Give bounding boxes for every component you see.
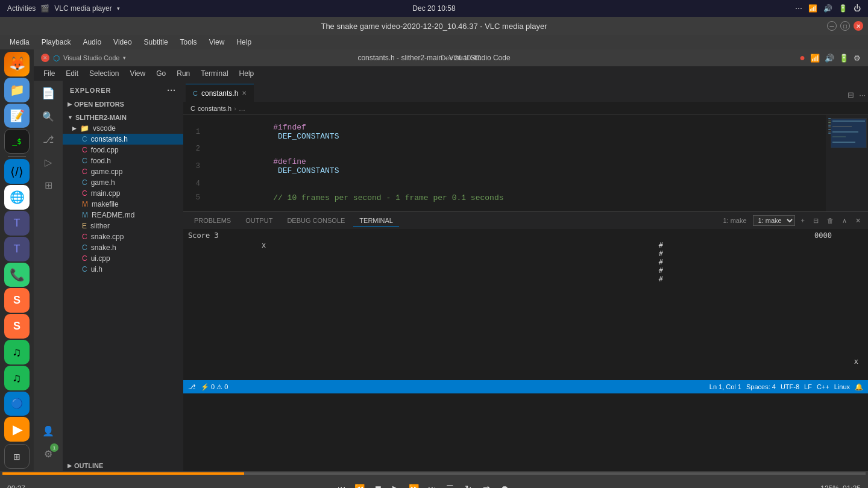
dock-sublime2[interactable]: S (4, 314, 30, 339)
status-ln-col[interactable]: Ln 1, Col 1 (709, 383, 741, 390)
outline-header[interactable]: ▶ OUTLINE (63, 460, 183, 471)
tab-debug-console[interactable]: DEBUG CONSOLE (281, 215, 351, 226)
dock-vscode2[interactable]: 🔵 (4, 392, 30, 416)
vlc-menu-tools[interactable]: Tools (175, 37, 202, 48)
terminal-selector[interactable]: 1: make (753, 215, 795, 226)
vscode-close-button[interactable]: ✕ (41, 54, 49, 62)
sidebar-item-game-cpp[interactable]: C game.cpp (63, 166, 183, 177)
vlc-menu-audio[interactable]: Audio (78, 37, 106, 48)
vscode-menu-run[interactable]: Run (172, 68, 195, 79)
sidebar-item-food-cpp[interactable]: C food.cpp (63, 145, 183, 155)
activity-run[interactable]: ▷ (38, 152, 58, 172)
terminal-add-icon[interactable]: + (799, 216, 807, 225)
activity-settings[interactable]: ⚙1 (38, 443, 58, 464)
sidebar-item-ui-cpp[interactable]: C ui.cpp (63, 253, 183, 264)
terminal-close-icon[interactable]: ✕ (853, 216, 863, 226)
sidebar-item-main-cpp[interactable]: C main.cpp (63, 188, 183, 199)
tray-battery-icon[interactable]: 🔋 (838, 4, 848, 13)
activities-label[interactable]: Activities (7, 4, 36, 13)
vscode-menu-file[interactable]: File (39, 68, 60, 79)
dock-teams2[interactable]: T (4, 237, 30, 261)
sidebar-item-slither[interactable]: E slither (63, 221, 183, 231)
status-spaces[interactable]: Spaces: 4 (746, 383, 776, 390)
vlc-record-button[interactable]: ⏺ (497, 481, 512, 488)
status-os[interactable]: Linux (834, 383, 850, 390)
sidebar-item-snake-h[interactable]: C snake.h (63, 242, 183, 253)
vlc-menu-playback[interactable]: Playback (37, 37, 76, 48)
breadcrumb-more[interactable]: … (239, 105, 245, 112)
activity-extensions[interactable]: ⊞ (38, 175, 58, 195)
vscode-menu-go[interactable]: Go (151, 68, 171, 79)
dock-app-grid[interactable]: ⊞ (4, 444, 30, 469)
tab-output[interactable]: OUTPUT (239, 215, 278, 226)
explorer-more[interactable]: ··· (167, 86, 176, 95)
code-editor[interactable]: 1 #ifndef DEF_CONSTANTS 2 3 #define (183, 115, 868, 211)
dock-teams1[interactable]: T (4, 211, 30, 236)
dock-terminal[interactable]: _$ (4, 129, 30, 154)
vscode-menu-selection[interactable]: Selection (84, 68, 124, 79)
vlc-next-button[interactable]: ⏩ (407, 481, 421, 488)
status-feedback-icon[interactable]: 🔔 (855, 383, 863, 391)
vlc-taskbar-label[interactable]: VLC media player (54, 4, 112, 13)
dock-vscode[interactable]: ⟨/⟩ (4, 159, 30, 184)
sidebar-item-readme[interactable]: M README.md (63, 210, 183, 221)
status-lf[interactable]: LF (804, 383, 812, 390)
vscode-menu-help[interactable]: Help (234, 68, 259, 79)
sidebar-item-snake-cpp[interactable]: C snake.cpp (63, 231, 183, 242)
breadcrumb-file[interactable]: C (190, 105, 195, 112)
activity-explorer[interactable]: 📄 (38, 83, 58, 104)
vscode-menu-edit[interactable]: Edit (61, 68, 83, 79)
vlc-menu-help[interactable]: Help (231, 37, 256, 48)
split-editor-icon[interactable]: ⊟ (848, 90, 854, 99)
vlc-menu-video[interactable]: Video (108, 37, 136, 48)
vlc-progress-container[interactable] (0, 471, 868, 476)
vlc-skip-back-button[interactable]: ⏮ (335, 481, 349, 488)
tray-menu-icon[interactable]: ⋯ (795, 4, 802, 13)
terminal-body[interactable]: Score 3 0000 x # # # # # (183, 229, 868, 380)
terminal-chevron-up-icon[interactable]: ∧ (840, 216, 849, 226)
dock-spotify2[interactable]: ♫ (4, 366, 30, 390)
dock-phone[interactable]: 📞 (4, 263, 30, 287)
sidebar-item-ui-h[interactable]: C ui.h (63, 264, 183, 275)
vlc-menu-subtitle[interactable]: Subtitle (139, 37, 173, 48)
tray-wifi-icon[interactable]: 📶 (808, 4, 817, 13)
activity-account[interactable]: 👤 (38, 421, 58, 441)
vlc-skip-forward-button[interactable]: ⏭ (425, 481, 439, 488)
tab-close-constants-h[interactable]: ✕ (242, 90, 247, 96)
taskbar-dropdown[interactable]: ▾ (117, 5, 120, 11)
vlc-loop-button[interactable]: ↻ (461, 481, 476, 488)
status-encoding[interactable]: UTF-8 (781, 383, 799, 390)
vlc-playlist-button[interactable]: ☰ (443, 481, 458, 488)
terminal-split-icon[interactable]: ⊟ (811, 216, 821, 226)
dock-chrome[interactable]: 🌐 (4, 185, 30, 210)
vlc-shuffle-button[interactable]: ⇄ (479, 481, 494, 488)
vscode-taskbar-dropdown[interactable]: ▾ (123, 55, 126, 61)
vscode-menu-view[interactable]: View (125, 68, 150, 79)
vlc-play-button[interactable]: ▶ (389, 481, 403, 488)
status-errors[interactable]: ⚡ 0 ⚠ 0 (201, 383, 228, 391)
dock-files[interactable]: 📁 (4, 78, 30, 102)
open-editors-header[interactable]: ▶ OPEN EDITORS (63, 99, 183, 110)
vscode-menu-terminal[interactable]: Terminal (196, 68, 233, 79)
dock-text-editor[interactable]: 📝 (4, 104, 30, 128)
sidebar-item-makefile[interactable]: M makefile (63, 199, 183, 210)
breadcrumb-filename[interactable]: constants.h (198, 105, 231, 112)
vlc-menu-media[interactable]: Media (5, 37, 34, 48)
vlc-minimize-button[interactable]: ─ (827, 21, 837, 31)
vlc-menu-view[interactable]: View (204, 37, 230, 48)
sidebar-item-food-h[interactable]: C food.h (63, 155, 183, 166)
tray-power-icon[interactable]: ⏻ (854, 4, 861, 13)
tab-terminal[interactable]: TERMINAL (353, 215, 399, 227)
tray-volume-icon[interactable]: 🔊 (823, 4, 832, 13)
dock-vlc[interactable]: ▶ (4, 417, 30, 442)
vlc-maximize-button[interactable]: □ (840, 21, 850, 31)
vlc-progress-bar[interactable] (2, 472, 866, 475)
terminal-trash-icon[interactable]: 🗑 (825, 216, 836, 225)
activity-git[interactable]: ⎇ (38, 129, 58, 149)
folder-header[interactable]: ▼ SLITHER2-MAIN (63, 112, 183, 123)
tab-constants-h[interactable]: C constants.h ✕ (186, 84, 254, 102)
sidebar-item-constants-h[interactable]: C constants.h (63, 134, 183, 145)
editor-more-icon[interactable]: ··· (859, 90, 866, 99)
sidebar-item-vscode-folder[interactable]: ▶ 📁 vscode (63, 123, 183, 134)
vlc-prev-button[interactable]: ⏪ (353, 481, 367, 488)
